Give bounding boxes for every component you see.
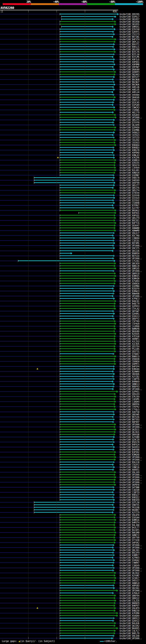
hit-alignment-bar[interactable] [60,635,113,636]
hit-label[interactable]: UniRef100_Q8H5C3 [120,617,139,619]
hit-label[interactable]: UniRef100_B4M3T4 [120,522,139,524]
hit-alignment-bar[interactable] [60,374,113,374]
hit-label[interactable]: UniRef100_C9SPA2 [120,406,139,408]
hit-label[interactable]: UniRef100_C5GXY2 [120,464,139,466]
hit-label[interactable]: UniRef100_C1BPT6 [120,378,139,380]
hit-label[interactable]: UniRef100_Q86E22 [120,597,139,599]
hit-alignment-bar[interactable] [60,150,113,150]
hit-alignment-bar[interactable] [60,537,114,538]
hit-label[interactable]: UniRef100_Q3TL58 [120,502,139,504]
hit-alignment-bar[interactable] [60,366,113,367]
hit-label[interactable]: UniRef100_Q29CI8 [120,438,139,441]
hit-alignment-bar[interactable] [60,354,113,354]
hit-label[interactable]: UniRef100_B3P992 [120,451,139,453]
hit-label[interactable]: UniRef100_Q86F64 [120,595,139,597]
hit-alignment-bar[interactable] [60,155,113,155]
hit-alignment-bar[interactable] [60,242,114,243]
hit-alignment-bar[interactable] [60,230,115,231]
hit-alignment-bar[interactable] [60,457,115,457]
hit-alignment-bar[interactable] [60,600,115,601]
hit-alignment-bar[interactable] [60,276,115,276]
hit-label[interactable]: UniRef100_Q93647 [120,224,139,226]
hit-alignment-bar[interactable] [60,391,117,392]
hit-label[interactable]: UniRef100_B3RW23 [120,290,139,292]
hit-alignment-bar[interactable] [60,100,113,100]
hit-alignment-bar[interactable] [34,510,113,510]
hit-label[interactable]: UniRef100_A7R3M4 [120,612,139,614]
hit-label[interactable]: UniRef100_C5X6W1 [120,109,139,111]
hit-alignment-bar[interactable] [60,268,115,269]
hit-alignment-bar[interactable] [60,273,114,274]
hit-alignment-bar[interactable] [60,467,113,468]
hit-alignment-bar[interactable] [60,409,115,410]
hit-label[interactable]: UniRef100_UPI000.. [120,456,142,458]
hit-label[interactable]: UniRef100_Q2PH50 [120,126,139,128]
hit-alignment-bar[interactable] [60,288,113,289]
hit-alignment-bar[interactable] [60,117,115,118]
hit-alignment-bar[interactable] [60,198,114,198]
hit-label[interactable]: UniRef100_O65674 [120,164,139,166]
hit-alignment-bar[interactable] [60,144,115,145]
hit-label[interactable]: UniRef100_A0ELU5 [120,89,139,91]
hit-alignment-bar[interactable] [60,406,114,407]
hit-alignment-bar[interactable] [60,301,115,301]
hit-alignment-bar[interactable] [60,316,113,316]
hit-label[interactable]: UniRef100_A4QTS8 [120,411,139,413]
hit-label[interactable]: UniRef100_C4WRR7 [120,562,139,564]
hit-alignment-bar[interactable] [60,245,113,246]
hit-label[interactable]: UniRef100_A8IJ79 [120,112,139,114]
hit-alignment-bar[interactable] [60,494,113,495]
hit-label[interactable]: UniRef100_Q28XZ2 [120,620,139,622]
hit-alignment-bar[interactable] [60,555,113,555]
hit-alignment-bar[interactable] [60,439,113,440]
hit-alignment-bar[interactable] [60,578,115,578]
hit-label[interactable]: UniRef100_C1BFI9 [120,492,139,494]
hit-alignment-bar[interactable] [60,386,113,387]
hit-label[interactable]: UniRef100_Q852T4 [120,190,139,192]
hit-alignment-bar[interactable] [60,200,113,200]
hit-label[interactable]: UniRef100_A2YZ79 [120,512,139,514]
hit-label[interactable]: UniRef100_Q852T6 [120,187,139,189]
hit-label[interactable]: UniRef100_B8P9H7 [120,421,139,423]
hit-alignment-bar[interactable] [60,452,115,452]
hit-alignment-bar[interactable] [60,235,113,236]
hit-alignment-bar[interactable] [60,258,113,258]
hit-alignment-bar[interactable] [60,215,114,216]
hit-alignment-bar[interactable] [60,102,113,102]
hit-label[interactable]: UniRef100_Q9LKJ7 [120,232,139,234]
hit-alignment-bar[interactable] [60,484,115,485]
hit-label[interactable]: UniRef100_O48571 [120,99,139,101]
hit-alignment-bar[interactable] [60,202,113,203]
hit-label[interactable]: UniRef100_B9I3F9 [120,552,139,554]
hit-alignment-bar[interactable] [60,187,113,188]
hit-label[interactable]: UniRef100_Q7XE44 [120,192,139,194]
hit-label[interactable]: UniRef100_C8VN50 [120,360,139,362]
hit-label[interactable]: UniRef100_Q0CA59 [120,262,139,264]
hit-alignment-bar[interactable] [60,361,114,362]
hit-label[interactable]: UniRef100_O82463 [120,74,139,76]
hit-label[interactable]: UniRef100_B9T4M1 [120,242,139,244]
hit-label[interactable]: UniRef100_Q6ZDJ1 [120,428,139,431]
hit-label[interactable]: UniRef100_A6RNF1 [120,338,139,340]
hit-label[interactable]: UniRef100_UPI000.. [120,481,142,484]
hit-alignment-bar[interactable] [60,381,112,382]
hit-label[interactable]: UniRef100_B9HR50 [120,252,139,254]
hit-label[interactable]: UniRef100_Q7Q8A7 [120,353,139,355]
hit-label[interactable]: UniRef100_C5YLA2 [120,308,139,310]
hit-label[interactable]: UniRef100_UPI000.. [120,570,142,572]
hit-alignment-bar[interactable] [60,376,113,377]
hit-label[interactable]: UniRef100_Q9XF99 [120,182,139,184]
hit-alignment-bar[interactable] [60,167,115,168]
hit-alignment-bar[interactable] [60,56,112,57]
hit-label[interactable]: UniRef100_UPI000.. [120,590,142,592]
hit-label[interactable]: UniRef100_Q6J4P0 [120,124,139,126]
hit-label[interactable]: UniRef100_C1ECD1 [120,240,139,242]
hit-alignment-bar[interactable] [60,615,117,616]
hit-alignment-bar[interactable] [60,547,113,548]
hit-label[interactable]: UniRef100_C7SJ61 [120,260,139,262]
hit-alignment-bar[interactable] [60,514,115,515]
hit-label[interactable]: UniRef100_B9TGY7 [120,76,139,78]
hit-alignment-bar[interactable] [60,298,113,299]
hit-label[interactable]: UniRef100_B2AWK0 [120,370,139,372]
hit-alignment-bar[interactable] [60,442,113,442]
